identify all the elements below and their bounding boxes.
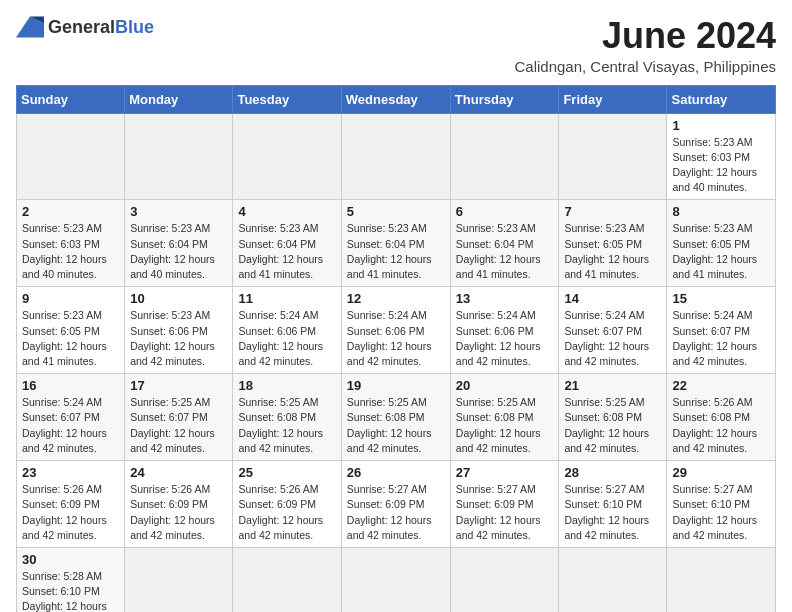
day-info: Sunrise: 5:23 AMSunset: 6:05 PMDaylight:…	[564, 221, 661, 282]
day-number: 24	[130, 465, 227, 480]
day-number: 7	[564, 204, 661, 219]
day-info: Sunrise: 5:24 AMSunset: 6:06 PMDaylight:…	[238, 308, 335, 369]
month-year-title: June 2024	[514, 16, 776, 56]
day-info: Sunrise: 5:23 AMSunset: 6:04 PMDaylight:…	[130, 221, 227, 282]
table-row: 3Sunrise: 5:23 AMSunset: 6:04 PMDaylight…	[125, 200, 233, 287]
table-row: 4Sunrise: 5:23 AMSunset: 6:04 PMDaylight…	[233, 200, 341, 287]
day-number: 22	[672, 378, 770, 393]
table-row	[125, 547, 233, 612]
calendar-week-row: 2Sunrise: 5:23 AMSunset: 6:03 PMDaylight…	[17, 200, 776, 287]
header-tuesday: Tuesday	[233, 85, 341, 113]
day-info: Sunrise: 5:26 AMSunset: 6:09 PMDaylight:…	[22, 482, 119, 543]
day-info: Sunrise: 5:23 AMSunset: 6:06 PMDaylight:…	[130, 308, 227, 369]
table-row: 17Sunrise: 5:25 AMSunset: 6:07 PMDayligh…	[125, 374, 233, 461]
table-row: 30Sunrise: 5:28 AMSunset: 6:10 PMDayligh…	[17, 547, 125, 612]
table-row: 23Sunrise: 5:26 AMSunset: 6:09 PMDayligh…	[17, 461, 125, 548]
day-number: 3	[130, 204, 227, 219]
day-info: Sunrise: 5:24 AMSunset: 6:06 PMDaylight:…	[456, 308, 554, 369]
day-info: Sunrise: 5:24 AMSunset: 6:06 PMDaylight:…	[347, 308, 445, 369]
logo: GeneralBlue	[16, 16, 154, 38]
table-row: 19Sunrise: 5:25 AMSunset: 6:08 PMDayligh…	[341, 374, 450, 461]
day-info: Sunrise: 5:26 AMSunset: 6:08 PMDaylight:…	[672, 395, 770, 456]
day-info: Sunrise: 5:27 AMSunset: 6:10 PMDaylight:…	[672, 482, 770, 543]
table-row: 28Sunrise: 5:27 AMSunset: 6:10 PMDayligh…	[559, 461, 667, 548]
day-number: 2	[22, 204, 119, 219]
day-info: Sunrise: 5:28 AMSunset: 6:10 PMDaylight:…	[22, 569, 119, 612]
day-info: Sunrise: 5:27 AMSunset: 6:10 PMDaylight:…	[564, 482, 661, 543]
table-row	[233, 113, 341, 200]
day-info: Sunrise: 5:25 AMSunset: 6:08 PMDaylight:…	[347, 395, 445, 456]
calendar-week-row: 9Sunrise: 5:23 AMSunset: 6:05 PMDaylight…	[17, 287, 776, 374]
day-info: Sunrise: 5:23 AMSunset: 6:04 PMDaylight:…	[238, 221, 335, 282]
table-row: 20Sunrise: 5:25 AMSunset: 6:08 PMDayligh…	[450, 374, 559, 461]
calendar-week-row: 23Sunrise: 5:26 AMSunset: 6:09 PMDayligh…	[17, 461, 776, 548]
table-row: 10Sunrise: 5:23 AMSunset: 6:06 PMDayligh…	[125, 287, 233, 374]
day-number: 13	[456, 291, 554, 306]
table-row: 25Sunrise: 5:26 AMSunset: 6:09 PMDayligh…	[233, 461, 341, 548]
table-row	[450, 547, 559, 612]
table-row: 13Sunrise: 5:24 AMSunset: 6:06 PMDayligh…	[450, 287, 559, 374]
table-row: 5Sunrise: 5:23 AMSunset: 6:04 PMDaylight…	[341, 200, 450, 287]
day-info: Sunrise: 5:24 AMSunset: 6:07 PMDaylight:…	[564, 308, 661, 369]
table-row: 7Sunrise: 5:23 AMSunset: 6:05 PMDaylight…	[559, 200, 667, 287]
header-sunday: Sunday	[17, 85, 125, 113]
table-row: 18Sunrise: 5:25 AMSunset: 6:08 PMDayligh…	[233, 374, 341, 461]
day-info: Sunrise: 5:25 AMSunset: 6:07 PMDaylight:…	[130, 395, 227, 456]
header-thursday: Thursday	[450, 85, 559, 113]
location-subtitle: Calidngan, Central Visayas, Philippines	[514, 58, 776, 75]
table-row	[450, 113, 559, 200]
day-info: Sunrise: 5:26 AMSunset: 6:09 PMDaylight:…	[238, 482, 335, 543]
day-number: 9	[22, 291, 119, 306]
day-info: Sunrise: 5:23 AMSunset: 6:04 PMDaylight:…	[456, 221, 554, 282]
day-number: 29	[672, 465, 770, 480]
table-row: 6Sunrise: 5:23 AMSunset: 6:04 PMDaylight…	[450, 200, 559, 287]
table-row: 1Sunrise: 5:23 AMSunset: 6:03 PMDaylight…	[667, 113, 776, 200]
day-info: Sunrise: 5:27 AMSunset: 6:09 PMDaylight:…	[347, 482, 445, 543]
table-row: 24Sunrise: 5:26 AMSunset: 6:09 PMDayligh…	[125, 461, 233, 548]
day-info: Sunrise: 5:25 AMSunset: 6:08 PMDaylight:…	[564, 395, 661, 456]
header-friday: Friday	[559, 85, 667, 113]
table-row: 12Sunrise: 5:24 AMSunset: 6:06 PMDayligh…	[341, 287, 450, 374]
header-monday: Monday	[125, 85, 233, 113]
table-row	[667, 547, 776, 612]
day-info: Sunrise: 5:23 AMSunset: 6:04 PMDaylight:…	[347, 221, 445, 282]
day-info: Sunrise: 5:24 AMSunset: 6:07 PMDaylight:…	[22, 395, 119, 456]
day-info: Sunrise: 5:27 AMSunset: 6:09 PMDaylight:…	[456, 482, 554, 543]
table-row	[233, 547, 341, 612]
table-row	[559, 547, 667, 612]
day-number: 8	[672, 204, 770, 219]
page-container: GeneralBlue June 2024 Calidngan, Central…	[16, 16, 776, 612]
day-number: 20	[456, 378, 554, 393]
calendar-week-row: 30Sunrise: 5:28 AMSunset: 6:10 PMDayligh…	[17, 547, 776, 612]
day-info: Sunrise: 5:24 AMSunset: 6:07 PMDaylight:…	[672, 308, 770, 369]
day-number: 18	[238, 378, 335, 393]
header: GeneralBlue June 2024 Calidngan, Central…	[16, 16, 776, 75]
table-row	[341, 547, 450, 612]
table-row	[125, 113, 233, 200]
calendar-table: Sunday Monday Tuesday Wednesday Thursday…	[16, 85, 776, 612]
table-row: 21Sunrise: 5:25 AMSunset: 6:08 PMDayligh…	[559, 374, 667, 461]
logo-blue: Blue	[115, 17, 154, 37]
day-info: Sunrise: 5:26 AMSunset: 6:09 PMDaylight:…	[130, 482, 227, 543]
table-row: 14Sunrise: 5:24 AMSunset: 6:07 PMDayligh…	[559, 287, 667, 374]
table-row: 26Sunrise: 5:27 AMSunset: 6:09 PMDayligh…	[341, 461, 450, 548]
day-number: 10	[130, 291, 227, 306]
table-row: 27Sunrise: 5:27 AMSunset: 6:09 PMDayligh…	[450, 461, 559, 548]
day-number: 26	[347, 465, 445, 480]
day-number: 12	[347, 291, 445, 306]
day-info: Sunrise: 5:23 AMSunset: 6:03 PMDaylight:…	[22, 221, 119, 282]
day-number: 14	[564, 291, 661, 306]
day-number: 30	[22, 552, 119, 567]
day-info: Sunrise: 5:23 AMSunset: 6:03 PMDaylight:…	[672, 135, 770, 196]
day-info: Sunrise: 5:25 AMSunset: 6:08 PMDaylight:…	[456, 395, 554, 456]
day-number: 19	[347, 378, 445, 393]
table-row: 8Sunrise: 5:23 AMSunset: 6:05 PMDaylight…	[667, 200, 776, 287]
table-row: 22Sunrise: 5:26 AMSunset: 6:08 PMDayligh…	[667, 374, 776, 461]
day-number: 23	[22, 465, 119, 480]
weekday-header-row: Sunday Monday Tuesday Wednesday Thursday…	[17, 85, 776, 113]
logo-general: General	[48, 17, 115, 37]
day-number: 6	[456, 204, 554, 219]
header-saturday: Saturday	[667, 85, 776, 113]
table-row: 2Sunrise: 5:23 AMSunset: 6:03 PMDaylight…	[17, 200, 125, 287]
table-row	[341, 113, 450, 200]
